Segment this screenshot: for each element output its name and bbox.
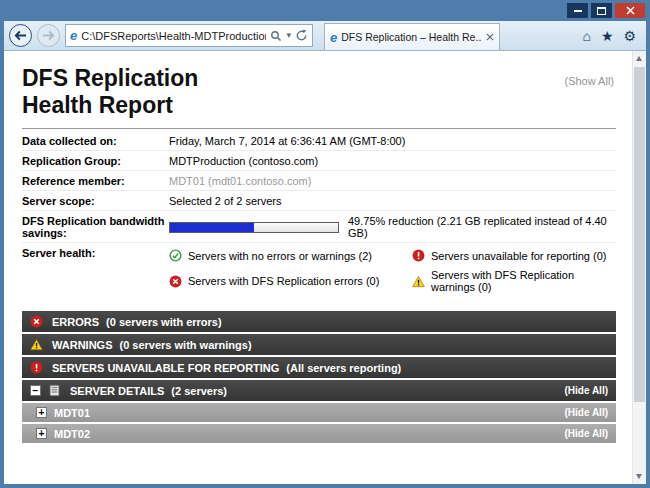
hide-all-link[interactable]: (Hide All) [564, 407, 608, 418]
caption-buttons [567, 3, 646, 18]
info-row-data-collected: Data collected on: Friday, March 7, 2014… [22, 131, 616, 151]
section-detail: (2 servers) [171, 385, 227, 397]
chevron-down-icon[interactable]: ▾ [286, 31, 291, 40]
refresh-icon[interactable] [295, 29, 308, 42]
info-row-replication-group: Replication Group: MDTProduction (contos… [22, 151, 616, 171]
info-value: MDTProduction (contoso.com) [169, 155, 616, 167]
page-title-line1: DFS Replication [22, 65, 616, 92]
info-label: Data collected on: [22, 135, 169, 147]
health-text: Servers unavailable for reporting (0) [431, 250, 606, 262]
favorites-button[interactable]: ★ [601, 29, 614, 43]
page-content: DFS Replication Health Report (Show All)… [4, 51, 646, 484]
collapse-expander-box[interactable]: − [30, 385, 41, 396]
unavailable-icon [30, 361, 43, 374]
page-title: DFS Replication Health Report [22, 65, 616, 119]
health-text: Servers with DFS Replication errors (0) [188, 275, 379, 287]
expand-expander-box[interactable]: + [36, 428, 47, 439]
forward-arrow-icon [42, 30, 55, 41]
tab-title: DFS Replication – Health Re... [341, 31, 482, 43]
info-row-reference-member: Reference member: MDT01 (mdt01.contoso.c… [22, 171, 616, 191]
page-favicon-icon: e [70, 29, 77, 42]
tab-close-icon[interactable] [486, 33, 494, 41]
back-arrow-icon [14, 30, 27, 41]
close-button[interactable] [615, 3, 645, 18]
section-servers-unavailable[interactable]: SERVERS UNAVAILABLE FOR REPORTING (All s… [22, 357, 616, 378]
section-errors[interactable]: ERRORS (0 servers with errors) [22, 311, 616, 332]
info-label: Replication Group: [22, 155, 169, 167]
info-row-server-scope: Server scope: Selected 2 of 2 servers [22, 191, 616, 211]
expand-expander-box[interactable]: + [36, 407, 47, 418]
unavailable-icon [412, 249, 425, 262]
maximize-button[interactable] [591, 3, 612, 18]
server-name: MDT01 [54, 407, 90, 419]
minimize-icon [574, 10, 582, 12]
navigation-bar: e C:\DFSReports\Health-MDTProduction-07M… [4, 21, 646, 51]
browser-window: e C:\DFSReports\Health-MDTProduction-07M… [0, 0, 650, 488]
error-icon [30, 315, 43, 328]
section-server-details[interactable]: − SERVER DETAILS (2 servers) (Hide All) [22, 380, 616, 401]
minimize-button[interactable] [567, 3, 588, 18]
address-text[interactable]: C:\DFSReports\Health-MDTProduction-07M [81, 30, 266, 42]
scroll-thumb[interactable] [634, 67, 645, 402]
section-detail: (0 servers with errors) [106, 316, 222, 328]
home-button[interactable]: ⌂ [582, 29, 590, 43]
health-item-errors: Servers with DFS Replication errors (0) [169, 269, 412, 293]
section-label: WARNINGS [52, 339, 113, 351]
server-health-grid: Servers with no errors or warnings (2) S… [169, 247, 616, 296]
info-value: Friday, March 7, 2014 at 6:36:41 AM (GMT… [169, 135, 616, 147]
title-divider [22, 128, 616, 129]
toolbar-icons: ⌂ ★ ⚙ [582, 29, 641, 43]
tab-dfs-replication-health-report[interactable]: e DFS Replication – Health Re... [324, 23, 500, 50]
server-name: MDT02 [54, 428, 90, 440]
server-icon [48, 384, 61, 397]
vertical-scrollbar[interactable] [632, 51, 646, 484]
maximize-icon [597, 7, 606, 15]
section-detail: (0 servers with warnings) [120, 339, 252, 351]
info-label: Reference member: [22, 175, 169, 187]
forward-button[interactable] [37, 24, 60, 47]
bandwidth-value: 49.75% reduction (2.21 GB replicated ins… [169, 215, 616, 239]
server-row-mdt02[interactable]: + MDT02 (Hide All) [22, 424, 616, 443]
scroll-down-arrow[interactable] [633, 469, 646, 484]
scroll-up-arrow[interactable] [633, 51, 646, 66]
info-row-bandwidth: DFS Replication bandwidth savings: 49.75… [22, 211, 616, 243]
ok-icon [169, 249, 182, 262]
hide-all-link[interactable]: (Hide All) [564, 428, 608, 439]
error-icon [169, 275, 182, 288]
section-label: ERRORS [52, 316, 99, 328]
bandwidth-progress-fill [170, 223, 254, 232]
tools-gear-button[interactable]: ⚙ [623, 29, 636, 43]
tab-favicon-icon: e [330, 31, 337, 44]
warning-icon [30, 338, 43, 351]
info-label: Server scope: [22, 195, 169, 207]
back-button[interactable] [9, 24, 32, 47]
section-detail: (All servers reporting) [286, 362, 401, 374]
info-value: MDT01 (mdt01.contoso.com) [169, 175, 616, 187]
address-bar[interactable]: e C:\DFSReports\Health-MDTProduction-07M… [65, 24, 313, 47]
info-label: Server health: [22, 247, 169, 296]
section-label: SERVER DETAILS [70, 385, 164, 397]
show-all-link[interactable]: (Show All) [564, 75, 614, 87]
bandwidth-progress-bar [169, 222, 339, 233]
info-row-server-health: Server health: Servers with no errors or… [22, 243, 616, 299]
close-icon [626, 6, 635, 15]
hide-all-link[interactable]: (Hide All) [564, 385, 608, 396]
section-label: SERVERS UNAVAILABLE FOR REPORTING [52, 362, 279, 374]
info-label: DFS Replication bandwidth savings: [22, 215, 169, 239]
server-row-mdt01[interactable]: + MDT01 (Hide All) [22, 403, 616, 422]
titlebar[interactable] [4, 0, 646, 21]
health-text: Servers with no errors or warnings (2) [188, 250, 372, 262]
search-icon[interactable] [270, 30, 282, 42]
warning-icon [412, 275, 425, 288]
report-summary: Data collected on: Friday, March 7, 2014… [22, 131, 616, 299]
health-text: Servers with DFS Replication warnings (0… [431, 269, 616, 293]
page-title-line2: Health Report [22, 92, 616, 119]
section-warnings[interactable]: WARNINGS (0 servers with warnings) [22, 334, 616, 355]
report-page: DFS Replication Health Report (Show All)… [4, 51, 646, 484]
health-item-unavailable: Servers unavailable for reporting (0) [412, 249, 616, 262]
report-sections: ERRORS (0 servers with errors) WARNINGS … [22, 311, 616, 443]
bandwidth-text: 49.75% reduction (2.21 GB replicated ins… [348, 215, 616, 239]
info-value: Selected 2 of 2 servers [169, 195, 616, 207]
health-item-warnings: Servers with DFS Replication warnings (0… [412, 269, 616, 293]
health-item-ok: Servers with no errors or warnings (2) [169, 249, 412, 262]
